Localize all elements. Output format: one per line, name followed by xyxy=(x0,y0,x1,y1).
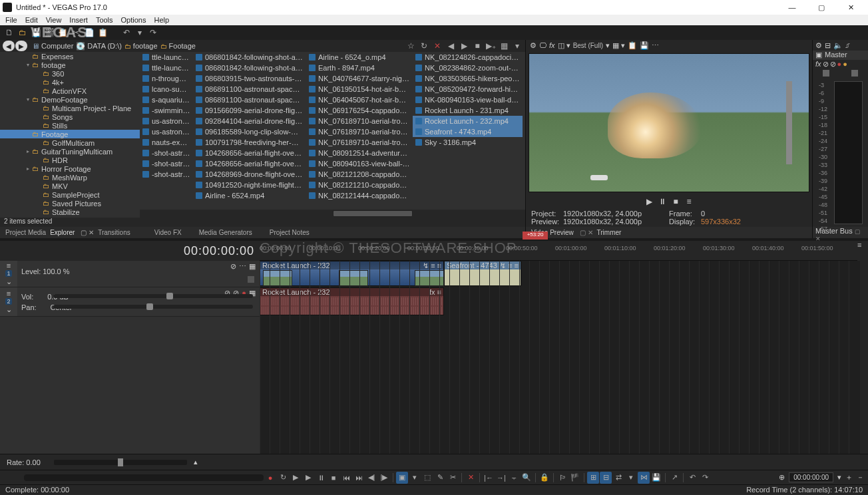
tab-video-fx[interactable]: Video FX xyxy=(154,229,182,236)
file-item[interactable]: NK_064045067-hot-air-ballooning.mov xyxy=(306,94,413,105)
file-item[interactable]: 086801842-following-shot-astronaut-l... xyxy=(193,63,306,73)
selection-tool[interactable]: ⬚ xyxy=(421,472,433,484)
file-item[interactable]: 086891100-astronaut-space-suit-work... xyxy=(193,94,306,105)
prev-icon[interactable]: ◀ xyxy=(445,41,456,51)
master-settings-icon[interactable]: ⚙ xyxy=(815,41,822,50)
file-item[interactable]: 086803915-two-astronauts-space-suits... xyxy=(193,73,306,84)
track1-fx-icon[interactable]: ▦ xyxy=(249,262,256,271)
autosave-button[interactable]: 💾 xyxy=(650,472,662,484)
zoom-dropdown[interactable]: ▾ xyxy=(837,473,841,482)
file-item[interactable]: NK_082384862-zoom-out-cappadocia-... xyxy=(413,63,523,73)
tree-item[interactable]: 🗀Expenses xyxy=(0,52,140,61)
record-button[interactable]: ● xyxy=(264,472,276,484)
menu-insert[interactable]: Insert xyxy=(69,16,88,24)
tree-item[interactable]: 🗀SampleProject xyxy=(0,190,140,199)
preview-stop-icon[interactable]: ■ xyxy=(671,197,680,206)
minimize-button[interactable]: — xyxy=(777,0,807,15)
clip-audio-1[interactable]: Rocket Launch - 232fx≡ xyxy=(260,287,444,315)
file-item[interactable]: NK_069176254-cappadocia-fairy-chim... xyxy=(306,105,413,116)
file-item[interactable]: -swimming-blue-... xyxy=(140,105,193,116)
rate-slider[interactable] xyxy=(54,460,187,465)
file-item[interactable]: us-astronaut-spa... xyxy=(140,126,193,137)
file-item[interactable]: 092844104-aerial-drone-flight-over-ni... xyxy=(193,116,306,126)
master-output-icon[interactable]: ⎎ xyxy=(845,41,850,49)
file-item[interactable]: NK_061950154-hot-air-balloon-landin... xyxy=(306,84,413,94)
file-item[interactable]: 086891100-astronaut-space-suit-work... xyxy=(193,84,306,94)
breadcrumb-computer[interactable]: 🖥Computer xyxy=(32,42,73,50)
file-item[interactable]: NK_080940163-view-ball-during-sunse... xyxy=(306,158,413,169)
favorite-icon[interactable]: ☆ xyxy=(405,41,416,51)
pause-button[interactable]: ⏸ xyxy=(315,472,327,484)
menu-file[interactable]: File xyxy=(5,16,17,24)
trim-end-button[interactable]: →| xyxy=(495,472,507,484)
scissor-tool[interactable]: ✂ xyxy=(447,472,459,484)
file-item[interactable]: Rocket Launch - 232.mp4 xyxy=(413,116,523,126)
ruler-ticks[interactable]: Copyright © THESOFTWARE.SHOP +53:20 00:0… xyxy=(260,241,857,261)
preview-external-icon[interactable]: 🖵 xyxy=(539,41,546,49)
play-button[interactable]: ▶ xyxy=(302,472,314,484)
file-item[interactable]: NK_083503665-hikers-people-hiking-h... xyxy=(413,73,523,84)
play-icon[interactable]: ▶ xyxy=(459,41,469,51)
lock-button[interactable]: 🔒 xyxy=(539,472,550,484)
tab-trimmer[interactable]: Trimmer xyxy=(597,229,622,236)
region-button[interactable]: 🏴 xyxy=(569,472,581,484)
play-start-button[interactable]: ▶ xyxy=(290,472,302,484)
tree-item[interactable]: 🗀GolfMulticam xyxy=(0,138,140,147)
redo-icon[interactable]: ↷ xyxy=(148,27,158,38)
preview-copy-icon[interactable]: 📋 xyxy=(628,41,637,50)
zoom-tool[interactable]: 🔍 xyxy=(521,472,533,484)
file-item[interactable]: Earth - 8947.mp4 xyxy=(306,63,413,73)
add-timecode-icon[interactable]: ⊕ xyxy=(779,473,785,482)
file-item[interactable]: NK_076189710-aerial-tropical-beach-b... xyxy=(306,126,413,137)
file-grid[interactable]: NK_082124826-cappadocia-hot-air-bal...NK… xyxy=(140,52,525,218)
preview-save-icon[interactable]: 💾 xyxy=(640,41,649,50)
preview-overlay-icon[interactable]: ▦ ▾ xyxy=(612,41,625,50)
file-item[interactable]: Airline - 6524.mp4 xyxy=(193,190,306,201)
file-item[interactable]: -shot-astronaut-l... xyxy=(140,158,193,169)
file-item[interactable]: ttle-launch-4k-ul... xyxy=(140,52,193,63)
envelope-tool[interactable]: ✎ xyxy=(434,472,446,484)
auto-ripple-button[interactable]: ⇄ xyxy=(612,472,624,484)
file-item[interactable]: NK_040764677-starry-night-sky-time-l... xyxy=(306,73,413,84)
tree-item[interactable]: 🗀MKV xyxy=(0,182,140,190)
preview-menu-icon[interactable]: ⋯ xyxy=(652,41,659,50)
tree-item[interactable]: 🗀Multicam Project - Plane xyxy=(0,104,140,112)
file-item[interactable]: 096185589-long-clip-slow-motion-girl... xyxy=(193,126,306,137)
file-item[interactable]: NK_082121444-cappadocia-aerial-shot... xyxy=(306,190,413,201)
timecode-display[interactable]: 00:00:00:00 xyxy=(184,244,254,258)
file-item[interactable]: ttle-launch-4k-ul... xyxy=(140,63,193,73)
nav-forward-button[interactable]: ▶ xyxy=(15,41,27,51)
track1-header[interactable]: ≡1⌄ ⊘⋯▦ Level: 100.0 % xyxy=(0,261,260,287)
tree-item[interactable]: ▾🗀DemoFootage xyxy=(0,95,140,104)
file-item[interactable]: NK_076189710-aerial-tropical-beach-b... xyxy=(306,116,413,126)
track1-more-icon[interactable]: ⋯ xyxy=(239,262,246,271)
file-item[interactable]: us-astronaut-spa... xyxy=(140,116,193,126)
file-item[interactable]: 104268969-drone-flight-over-skyscrap... xyxy=(193,169,306,180)
paste-icon[interactable]: 📋 xyxy=(97,27,108,38)
tab-media-generators[interactable]: Media Generators xyxy=(199,229,252,236)
preview-settings-icon[interactable]: ⚙ xyxy=(530,41,537,50)
file-item[interactable]: Sky - 3186.mp4 xyxy=(413,137,523,148)
tree-item[interactable]: 🗀Stabilize xyxy=(0,208,140,216)
tree-item[interactable]: ▾🗀footage xyxy=(0,61,140,69)
ripple-dropdown[interactable]: ▾ xyxy=(625,472,637,484)
file-item[interactable]: Seafront - 4743.mp4 xyxy=(413,126,523,137)
autoplay-icon[interactable]: ▶₊ xyxy=(485,41,496,51)
file-item[interactable]: NK_076189710-aerial-tropical-beach-b... xyxy=(306,137,413,148)
ruler-menu-icon[interactable]: ≡ xyxy=(857,241,861,249)
tree-item[interactable]: 🗀Footage xyxy=(0,130,140,138)
tab-project-media[interactable]: Project Media xyxy=(5,229,46,236)
tree-item[interactable]: 🗀ActionVFX xyxy=(0,86,140,95)
tab-explorer-close[interactable]: ▢ ✕ xyxy=(81,229,94,236)
file-item[interactable]: -shot-astronaut-l... xyxy=(140,148,193,158)
region-marker[interactable]: +53:20 xyxy=(523,232,548,240)
file-item[interactable]: n-through-windo... xyxy=(140,73,193,84)
file-item[interactable]: 086801842-following-shot-astronaut-l... xyxy=(193,52,306,63)
file-item[interactable]: NK_082121210-cappadocia-hot-air-bal... xyxy=(306,180,413,190)
tab-explorer[interactable]: Explorer xyxy=(50,229,75,236)
next-frame-button[interactable]: |▶ xyxy=(378,472,390,484)
preview-pause-icon[interactable]: ⏸ xyxy=(658,197,667,206)
undo-icon[interactable]: ↶ xyxy=(121,27,132,38)
file-item[interactable]: 100791798-freediving-her-meditation... xyxy=(193,137,306,148)
close-button[interactable]: ✕ xyxy=(836,0,865,15)
